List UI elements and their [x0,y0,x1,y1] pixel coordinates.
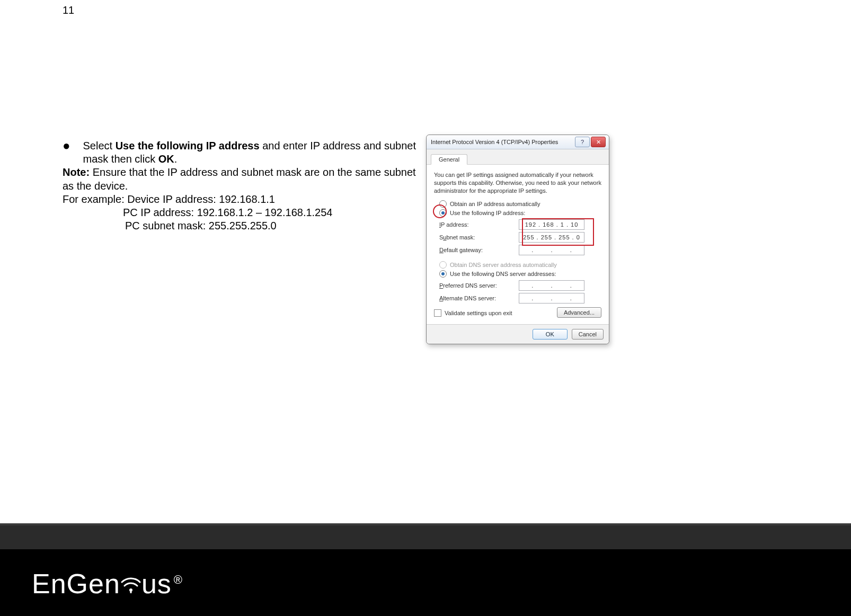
radio-icon [439,261,447,269]
field-subnet-mask: Subnet mask: 255 . 255 . 255 . 0 [439,231,601,243]
bullet-text: Select Use the following IP address and … [83,139,423,166]
page-number: 11 [63,4,423,16]
ip-address-input[interactable]: 192 . 168 . 1 . 10 [519,219,584,230]
ok-button[interactable]: OK [533,329,568,340]
note-label: Note: [63,166,90,178]
pc-mask-line: PC subnet mask: 255.255.255.0 [125,219,423,233]
engenius-logo: EnGen us ® [32,568,182,600]
option-label: Use the following DNS server addresses: [450,271,556,277]
dialog-intro-text: You can get IP settings assigned automat… [434,171,601,195]
field-label: Alternate DNS server: [439,295,519,301]
radio-icon [439,270,447,278]
ip-fields: IIP address:P address: 192 . 168 . 1 . 1… [439,219,601,256]
note-text: Ensure that the IP address and subnet ma… [63,166,416,191]
pc-ip-line: PC IP address: 192.168.1.2 – 192.168.1.2… [123,206,423,219]
text-fragment: Select [83,140,116,151]
ipv4-properties-dialog: Internet Protocol Version 4 (TCP/IPv4) P… [426,135,609,344]
option-use-following-dns[interactable]: Use the following DNS server addresses: [439,270,601,278]
radio-icon [439,209,447,217]
field-default-gateway: Default gateway: ... [439,244,601,256]
footer-stripe [0,523,851,549]
tab-general[interactable]: General [431,154,467,165]
option-label: Obtain an IP address automatically [450,201,540,207]
subnet-mask-input[interactable]: 255 . 255 . 255 . 0 [519,232,584,243]
option-use-following-ip[interactable]: Use the following IP address: [439,209,601,217]
footer-logo-bar: EnGen us ® EnGenius [0,549,851,616]
advanced-button[interactable]: Advanced... [557,307,601,318]
help-icon: ? [581,139,584,145]
body-text: ● Select Use the following IP address an… [63,139,423,233]
instruction-bullet: ● Select Use the following IP address an… [63,139,423,166]
document-text-column: 11 ● Select Use the following IP address… [63,0,423,233]
text-bold: OK [158,153,174,165]
dns-fields: Preferred DNS server: ... Alternate DNS … [439,280,601,304]
close-icon: ✕ [596,139,601,146]
radio-icon [439,200,447,208]
bullet-icon: ● [63,139,70,166]
logo-text: EnGen us [32,568,172,600]
alternate-dns-input[interactable]: ... [519,293,584,303]
registered-mark: ® [174,573,182,587]
dialog-tab-row: General [427,149,609,165]
wifi-icon [120,568,141,600]
dialog-footer: OK Cancel [427,324,609,344]
text-bold: Use the following IP address [116,140,260,151]
field-label: IIP address:P address: [439,221,519,228]
dialog-title: Internet Protocol Version 4 (TCP/IPv4) P… [427,139,558,145]
note-line: Note: Ensure that the IP address and sub… [63,166,423,192]
example-line: For example: Device IP address: 192.168.… [63,193,423,206]
option-obtain-dns-auto: Obtain DNS server address automatically [439,261,601,269]
field-label: Default gateway: [439,247,519,253]
default-gateway-input[interactable]: ... [519,245,584,255]
field-label: Subnet mask: [439,234,519,240]
field-label: Preferred DNS server: [439,282,519,289]
dialog-body: You can get IP settings assigned automat… [427,165,609,324]
field-ip-address: IIP address:P address: 192 . 168 . 1 . 1… [439,219,601,230]
field-preferred-dns: Preferred DNS server: ... [439,280,601,291]
text-fragment: . [174,153,178,165]
close-button[interactable]: ✕ [591,137,606,147]
field-alternate-dns: Alternate DNS server: ... [439,292,601,304]
cancel-button[interactable]: Cancel [572,329,604,340]
preferred-dns-input[interactable]: ... [519,280,584,291]
help-button[interactable]: ? [575,137,590,147]
checkbox-icon [434,309,441,317]
option-obtain-ip-auto[interactable]: Obtain an IP address automatically [439,200,601,208]
option-label: Use the following IP address: [450,210,525,216]
validate-label: Validate settings upon exit [445,310,512,316]
page-footer: EnGen us ® EnGenius [0,523,851,616]
option-label: Obtain DNS server address automatically [450,262,557,268]
dialog-titlebar[interactable]: Internet Protocol Version 4 (TCP/IPv4) P… [427,135,609,149]
